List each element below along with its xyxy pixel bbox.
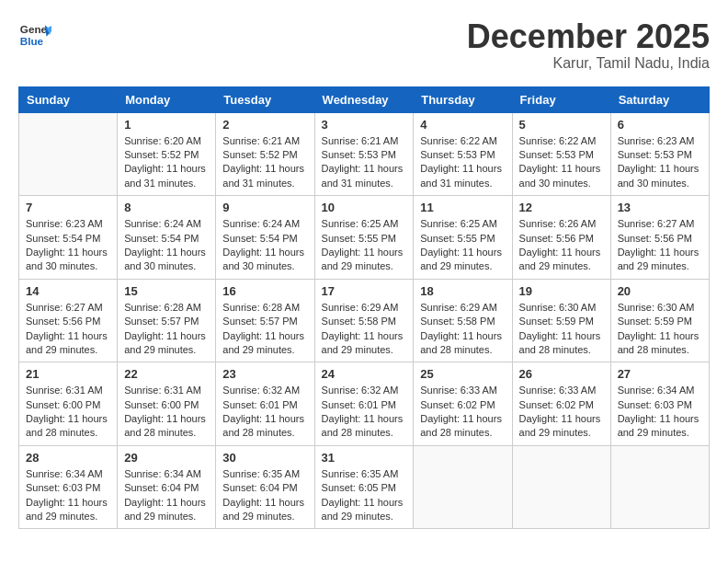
day-number: 20 bbox=[618, 284, 702, 298]
col-header-friday: Friday bbox=[512, 86, 610, 112]
day-info: Sunrise: 6:23 AMSunset: 5:54 PMDaylight:… bbox=[26, 217, 110, 274]
day-number: 11 bbox=[420, 201, 505, 214]
day-info: Sunrise: 6:27 AMSunset: 5:56 PMDaylight:… bbox=[26, 301, 110, 358]
day-cell: 4Sunrise: 6:22 AMSunset: 5:53 PMDaylight… bbox=[414, 112, 512, 196]
day-cell: 29Sunrise: 6:34 AMSunset: 6:04 PMDayligh… bbox=[118, 445, 216, 529]
day-number: 21 bbox=[26, 367, 110, 381]
day-cell: 21Sunrise: 6:31 AMSunset: 6:00 PMDayligh… bbox=[19, 362, 118, 446]
week-row-1: 1Sunrise: 6:20 AMSunset: 5:52 PMDaylight… bbox=[19, 112, 710, 196]
day-cell: 1Sunrise: 6:20 AMSunset: 5:52 PMDaylight… bbox=[118, 112, 216, 196]
day-number: 27 bbox=[618, 367, 702, 381]
day-number: 25 bbox=[420, 367, 505, 381]
col-header-wednesday: Wednesday bbox=[314, 86, 414, 112]
col-header-saturday: Saturday bbox=[610, 86, 709, 112]
day-cell: 10Sunrise: 6:25 AMSunset: 5:55 PMDayligh… bbox=[314, 196, 414, 280]
day-number: 4 bbox=[420, 118, 505, 132]
day-number: 23 bbox=[222, 367, 307, 381]
day-info: Sunrise: 6:29 AMSunset: 5:58 PMDaylight:… bbox=[322, 301, 407, 358]
day-info: Sunrise: 6:35 AMSunset: 6:05 PMDaylight:… bbox=[322, 467, 407, 524]
day-info: Sunrise: 6:20 AMSunset: 5:52 PMDaylight:… bbox=[124, 134, 209, 191]
day-cell: 25Sunrise: 6:33 AMSunset: 6:02 PMDayligh… bbox=[414, 362, 512, 446]
day-cell: 9Sunrise: 6:24 AMSunset: 5:54 PMDaylight… bbox=[216, 196, 314, 280]
day-cell: 28Sunrise: 6:34 AMSunset: 6:03 PMDayligh… bbox=[19, 445, 118, 529]
col-header-sunday: Sunday bbox=[19, 86, 118, 112]
day-number: 17 bbox=[322, 284, 407, 298]
calendar-table: SundayMondayTuesdayWednesdayThursdayFrid… bbox=[18, 86, 710, 530]
day-cell: 26Sunrise: 6:33 AMSunset: 6:02 PMDayligh… bbox=[512, 362, 610, 446]
day-cell: 19Sunrise: 6:30 AMSunset: 5:59 PMDayligh… bbox=[512, 279, 610, 362]
day-number: 1 bbox=[124, 118, 209, 132]
day-info: Sunrise: 6:33 AMSunset: 6:02 PMDaylight:… bbox=[519, 384, 604, 441]
day-info: Sunrise: 6:31 AMSunset: 6:00 PMDaylight:… bbox=[26, 384, 110, 441]
day-info: Sunrise: 6:24 AMSunset: 5:54 PMDaylight:… bbox=[124, 217, 209, 274]
day-cell bbox=[414, 445, 512, 529]
day-cell: 11Sunrise: 6:25 AMSunset: 5:55 PMDayligh… bbox=[414, 196, 512, 280]
day-info: Sunrise: 6:29 AMSunset: 5:58 PMDaylight:… bbox=[420, 301, 505, 358]
header-row: SundayMondayTuesdayWednesdayThursdayFrid… bbox=[19, 86, 710, 112]
day-info: Sunrise: 6:21 AMSunset: 5:52 PMDaylight:… bbox=[222, 134, 307, 191]
day-info: Sunrise: 6:27 AMSunset: 5:56 PMDaylight:… bbox=[618, 217, 702, 274]
day-number: 16 bbox=[222, 284, 307, 298]
day-number: 9 bbox=[222, 201, 307, 214]
day-cell bbox=[512, 445, 610, 529]
day-cell: 12Sunrise: 6:26 AMSunset: 5:56 PMDayligh… bbox=[512, 196, 610, 280]
day-cell: 2Sunrise: 6:21 AMSunset: 5:52 PMDaylight… bbox=[216, 112, 314, 196]
day-number: 6 bbox=[618, 118, 702, 132]
day-info: Sunrise: 6:28 AMSunset: 5:57 PMDaylight:… bbox=[124, 301, 209, 358]
day-cell bbox=[19, 112, 118, 196]
day-info: Sunrise: 6:34 AMSunset: 6:03 PMDaylight:… bbox=[26, 467, 110, 524]
day-info: Sunrise: 6:32 AMSunset: 6:01 PMDaylight:… bbox=[322, 384, 407, 441]
day-cell: 5Sunrise: 6:22 AMSunset: 5:53 PMDaylight… bbox=[512, 112, 610, 196]
day-info: Sunrise: 6:26 AMSunset: 5:56 PMDaylight:… bbox=[519, 217, 604, 274]
day-cell: 6Sunrise: 6:23 AMSunset: 5:53 PMDaylight… bbox=[610, 112, 709, 196]
day-number: 26 bbox=[519, 367, 604, 381]
day-info: Sunrise: 6:21 AMSunset: 5:53 PMDaylight:… bbox=[322, 134, 407, 191]
day-number: 8 bbox=[124, 201, 209, 214]
day-info: Sunrise: 6:35 AMSunset: 6:04 PMDaylight:… bbox=[222, 467, 307, 524]
day-number: 28 bbox=[26, 451, 110, 465]
day-cell: 14Sunrise: 6:27 AMSunset: 5:56 PMDayligh… bbox=[19, 279, 118, 362]
day-info: Sunrise: 6:30 AMSunset: 5:59 PMDaylight:… bbox=[519, 301, 604, 358]
day-cell: 22Sunrise: 6:31 AMSunset: 6:00 PMDayligh… bbox=[118, 362, 216, 446]
month-title: December 2025 bbox=[467, 18, 710, 55]
page-header: General Blue December 2025 Karur, Tamil … bbox=[18, 18, 710, 72]
day-cell: 27Sunrise: 6:34 AMSunset: 6:03 PMDayligh… bbox=[610, 362, 709, 446]
week-row-5: 28Sunrise: 6:34 AMSunset: 6:03 PMDayligh… bbox=[19, 445, 710, 529]
week-row-3: 14Sunrise: 6:27 AMSunset: 5:56 PMDayligh… bbox=[19, 279, 710, 362]
day-number: 15 bbox=[124, 284, 209, 298]
day-cell: 3Sunrise: 6:21 AMSunset: 5:53 PMDaylight… bbox=[314, 112, 414, 196]
week-row-4: 21Sunrise: 6:31 AMSunset: 6:00 PMDayligh… bbox=[19, 362, 710, 446]
day-cell: 8Sunrise: 6:24 AMSunset: 5:54 PMDaylight… bbox=[118, 196, 216, 280]
day-info: Sunrise: 6:34 AMSunset: 6:03 PMDaylight:… bbox=[618, 384, 702, 441]
col-header-tuesday: Tuesday bbox=[216, 86, 314, 112]
day-cell bbox=[610, 445, 709, 529]
day-number: 18 bbox=[420, 284, 505, 298]
day-number: 13 bbox=[618, 201, 702, 214]
day-info: Sunrise: 6:25 AMSunset: 5:55 PMDaylight:… bbox=[322, 217, 407, 274]
day-number: 30 bbox=[222, 451, 307, 465]
day-info: Sunrise: 6:24 AMSunset: 5:54 PMDaylight:… bbox=[222, 217, 307, 274]
week-row-2: 7Sunrise: 6:23 AMSunset: 5:54 PMDaylight… bbox=[19, 196, 710, 280]
day-info: Sunrise: 6:23 AMSunset: 5:53 PMDaylight:… bbox=[618, 134, 702, 191]
day-info: Sunrise: 6:33 AMSunset: 6:02 PMDaylight:… bbox=[420, 384, 505, 441]
day-info: Sunrise: 6:34 AMSunset: 6:04 PMDaylight:… bbox=[124, 467, 209, 524]
day-cell: 31Sunrise: 6:35 AMSunset: 6:05 PMDayligh… bbox=[314, 445, 414, 529]
day-number: 3 bbox=[322, 118, 407, 132]
day-number: 7 bbox=[26, 201, 110, 214]
col-header-thursday: Thursday bbox=[414, 86, 512, 112]
day-cell: 23Sunrise: 6:32 AMSunset: 6:01 PMDayligh… bbox=[216, 362, 314, 446]
day-cell: 15Sunrise: 6:28 AMSunset: 5:57 PMDayligh… bbox=[118, 279, 216, 362]
day-cell: 24Sunrise: 6:32 AMSunset: 6:01 PMDayligh… bbox=[314, 362, 414, 446]
day-number: 19 bbox=[519, 284, 604, 298]
day-info: Sunrise: 6:22 AMSunset: 5:53 PMDaylight:… bbox=[420, 134, 505, 191]
day-cell: 17Sunrise: 6:29 AMSunset: 5:58 PMDayligh… bbox=[314, 279, 414, 362]
day-number: 29 bbox=[124, 451, 209, 465]
day-number: 31 bbox=[322, 451, 407, 465]
col-header-monday: Monday bbox=[118, 86, 216, 112]
day-info: Sunrise: 6:30 AMSunset: 5:59 PMDaylight:… bbox=[618, 301, 702, 358]
day-number: 14 bbox=[26, 284, 110, 298]
svg-text:Blue: Blue bbox=[20, 35, 44, 47]
day-info: Sunrise: 6:31 AMSunset: 6:00 PMDaylight:… bbox=[124, 384, 209, 441]
day-number: 24 bbox=[322, 367, 407, 381]
day-number: 12 bbox=[519, 201, 604, 214]
